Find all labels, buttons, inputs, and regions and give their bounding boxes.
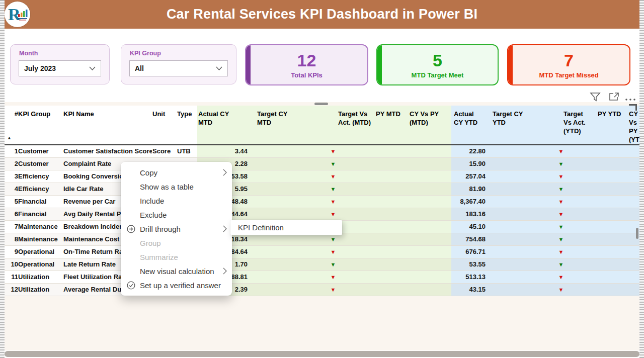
column-header-target-vs-act-mtd[interactable]: Target Vs Act. (MTD) xyxy=(338,110,376,127)
cell-target-vs-act-ytd: ▼ xyxy=(553,145,569,157)
menu-item-drill-through[interactable]: Drill through xyxy=(121,222,232,236)
cell-target-vs-act-mtd: ▼ xyxy=(326,183,341,195)
menu-item-label: Drill through xyxy=(140,225,181,233)
column-header-actual-cy-ytd[interactable]: Actual CY YTD xyxy=(454,110,483,127)
cell-kpi-name: Customer Satisfaction Score xyxy=(63,145,152,157)
column-header-unit[interactable]: Unit xyxy=(152,110,175,118)
focus-mode-icon[interactable] xyxy=(609,92,621,102)
cell-target-vs-act-mtd: ▼ xyxy=(326,258,341,271)
trend-down-icon: ▼ xyxy=(558,199,564,205)
cell-kpi-group: Utilization xyxy=(18,284,64,296)
menu-item-include[interactable]: Include xyxy=(121,194,232,208)
mtd-target-missed-label: MTD Target Missed xyxy=(539,71,598,79)
cell-actual-cy-ytd: 15.90 xyxy=(451,158,486,170)
table-row[interactable]: 6 Financial Avg Daily Rental Pr 44.64 ▼ … xyxy=(5,208,639,221)
menu-item-show-as-table[interactable]: Show as a table xyxy=(121,180,232,194)
chevron-right-icon xyxy=(223,267,227,275)
table-row[interactable]: 1 Customer Customer Satisfaction Score S… xyxy=(5,145,639,158)
trend-down-icon: ▼ xyxy=(558,161,564,167)
cell-actual-cy-ytd: 676.71 xyxy=(451,246,486,258)
table-row[interactable]: 10 Operational Late Return Rate 1.70 ▼ 5… xyxy=(5,258,639,271)
column-header-py-mtd[interactable]: PY MTD xyxy=(376,110,407,118)
cell-actual-cy-ytd: 22.80 xyxy=(451,145,486,157)
filter-icon[interactable] xyxy=(590,92,602,102)
chevron-down-icon xyxy=(216,66,222,70)
menu-item-label: Set up a verified answer xyxy=(140,281,221,290)
cell-kpi-group: Efficiency xyxy=(18,183,64,195)
table-row[interactable]: 2 Customer Complaint Rate 2.28 ▼ 15.90 ▼ xyxy=(5,158,639,170)
menu-item-summarize: Summarize xyxy=(121,250,232,264)
trend-down-icon: ▼ xyxy=(331,161,336,167)
cell-target-vs-act-mtd: ▼ xyxy=(326,170,341,183)
column-header-py-ytd[interactable]: PY YTD xyxy=(598,110,629,118)
table-row[interactable]: 4 Efficiency Idle Car Rate 5.95 ▼ 81.90 … xyxy=(5,183,639,196)
binding-edge-right xyxy=(639,0,644,358)
cell-kpi-group: Utilization xyxy=(18,271,64,283)
horizontal-scrollbar[interactable] xyxy=(314,103,328,105)
company-logo: R xyxy=(5,2,30,27)
column-header-target-cy-mtd[interactable]: Target CY MTD xyxy=(257,110,297,127)
trend-down-icon: ▼ xyxy=(331,287,336,293)
cell-target-vs-act-mtd: ▼ xyxy=(326,284,341,296)
submenu-item-kpi-definition[interactable]: KPI Definition xyxy=(230,220,342,235)
cell-row-number: 7 xyxy=(6,221,18,233)
column-header-kpi-group[interactable]: KPI Group xyxy=(18,110,64,118)
kpi-group-dropdown[interactable]: All xyxy=(129,60,228,76)
menu-item-label: New visual calculation xyxy=(140,267,214,276)
mtd-target-meet-card: 5 MTD Target Meet xyxy=(376,44,499,85)
menu-item-label: Summarize xyxy=(140,253,178,261)
cell-actual-cy-ytd: 43.15 xyxy=(451,284,486,296)
table-row[interactable]: 11 Utilization Fleet Utilization Ra 88.8… xyxy=(5,271,639,284)
cell-actual-cy-ytd: 45.10 xyxy=(451,221,486,233)
cell-actual-cy-mtd: 3.44 xyxy=(197,145,248,157)
menu-item-set-up-verified-answer[interactable]: Set up a verified answer xyxy=(121,278,232,292)
kpi-group-dropdown-value: All xyxy=(135,64,216,72)
trend-down-icon: ▼ xyxy=(558,148,564,154)
cell-row-number: 3 xyxy=(6,170,18,183)
trend-down-icon: ▼ xyxy=(558,287,564,293)
column-header-cy-vs-py-ytd[interactable]: CY Vs PY (YTD) xyxy=(629,110,639,144)
menu-item-label: Show as a table xyxy=(140,183,194,191)
column-header-num[interactable]: # xyxy=(6,110,18,118)
menu-item-new-visual-calculation[interactable]: New visual calculation xyxy=(121,264,232,278)
cell-target-vs-act-ytd: ▼ xyxy=(553,271,569,283)
column-header-type[interactable]: Type xyxy=(177,110,199,118)
table-row[interactable]: 5 Financial Revenue per Car 448.48 ▼ 8,3… xyxy=(5,196,639,208)
resize-grip[interactable] xyxy=(629,104,637,111)
table-row[interactable]: 9 Operational On-Time Return Ra 84.64 ▼ … xyxy=(5,246,639,258)
table-row[interactable]: 3 Efficiency Booking Conversio 53.58 ▼ 2… xyxy=(5,170,639,183)
menu-item-label: Group xyxy=(140,239,161,247)
context-menu: Copy Show as a table Include Exclude Dri… xyxy=(121,162,232,296)
cell-target-vs-act-ytd: ▼ xyxy=(553,196,569,208)
sort-ascending-icon[interactable]: ▲ xyxy=(7,135,12,140)
vertical-scrollbar[interactable] xyxy=(636,228,638,239)
column-header-cy-vs-py-mtd[interactable]: CY Vs PY (MTD) xyxy=(410,110,445,127)
cell-kpi-group: Operational xyxy=(18,246,64,258)
cell-row-number: 11 xyxy=(6,271,18,283)
cell-target-vs-act-mtd: ▼ xyxy=(326,246,341,258)
drill-through-icon xyxy=(127,225,135,233)
menu-item-copy[interactable]: Copy xyxy=(121,165,232,180)
total-kpis-value: 12 xyxy=(297,51,316,69)
cell-type: UTB xyxy=(177,145,199,157)
page-horizontal-scrollbar[interactable] xyxy=(5,351,639,357)
column-header-kpi-name[interactable]: KPI Name xyxy=(63,110,152,118)
table-row[interactable]: 12 Utilization Average Rental Du 2.39 ▼ … xyxy=(5,284,639,296)
month-dropdown[interactable]: July 2023 xyxy=(19,60,101,76)
trend-down-icon: ▼ xyxy=(558,261,564,267)
menu-item-exclude[interactable]: Exclude xyxy=(121,208,232,222)
trend-down-icon: ▼ xyxy=(558,249,564,255)
title-bar: Car Rental Services KPI Dashboard in Pow… xyxy=(0,0,644,29)
column-header-target-vs-act-ytd[interactable]: Target Vs Act. (YTD) xyxy=(564,110,593,135)
trend-down-icon: ▼ xyxy=(558,224,564,230)
total-kpis-card: 12 Total KPIs xyxy=(245,44,368,85)
mtd-target-missed-value: 7 xyxy=(564,51,574,69)
cell-actual-cy-ytd: 8,367.40 xyxy=(451,196,486,208)
trend-down-icon: ▼ xyxy=(331,236,336,242)
cell-kpi-group: Customer xyxy=(18,145,64,157)
menu-item-label: Copy xyxy=(140,168,157,177)
cell-actual-cy-ytd: 754.68 xyxy=(451,233,486,245)
trend-down-icon: ▼ xyxy=(331,249,336,255)
column-header-actual-cy-mtd[interactable]: Actual CY MTD xyxy=(198,110,238,127)
column-header-target-cy-ytd[interactable]: Target CY YTD xyxy=(493,110,532,127)
